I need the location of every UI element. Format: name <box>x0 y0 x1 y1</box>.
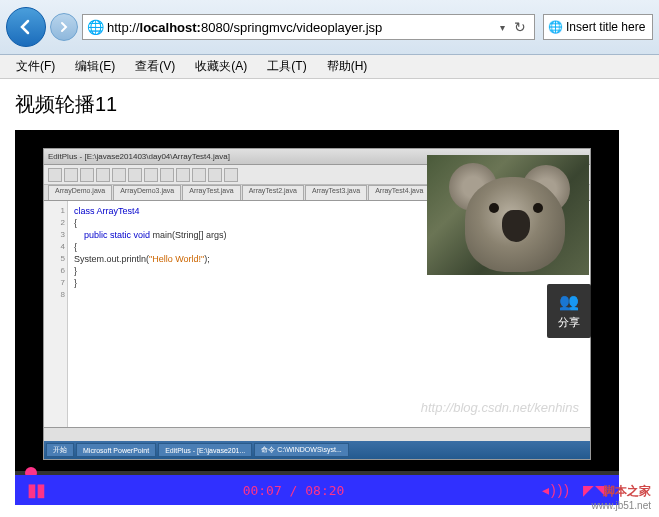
menu-favorites[interactable]: 收藏夹(A) <box>187 56 255 77</box>
windows-taskbar: 开始 Microsoft PowerPoint EditPlus - [E:\j… <box>44 441 590 459</box>
time-display: 00:07 / 08:20 <box>45 483 542 498</box>
back-button[interactable] <box>6 7 46 47</box>
menu-view[interactable]: 查看(V) <box>127 56 183 77</box>
page-title: 视频轮播11 <box>15 91 644 118</box>
volume-button[interactable]: ◂))) <box>542 482 571 498</box>
share-label: 分享 <box>558 315 580 330</box>
video-player: EditPlus - [E:\javase201403\day04\ArrayT… <box>15 130 619 505</box>
browser-tab[interactable]: 🌐 Insert title here <box>543 14 653 40</box>
site-watermark: 脚本之家 www.jb51.net <box>592 483 651 511</box>
ide-statusbar <box>44 427 590 441</box>
menu-edit[interactable]: 编辑(E) <box>67 56 123 77</box>
menu-tools[interactable]: 工具(T) <box>259 56 314 77</box>
menu-bar: 文件(F) 编辑(E) 查看(V) 收藏夹(A) 工具(T) 帮助(H) <box>0 55 659 79</box>
pause-button[interactable]: ▮▮ <box>27 479 45 501</box>
page-content: 视频轮播11 EditPlus - [E:\javase201403\day04… <box>0 79 659 517</box>
koala-image <box>427 155 589 275</box>
video-controls: ▮▮ 00:07 / 08:20 ◂))) ◤◥ <box>15 475 619 505</box>
site-url: www.jb51.net <box>592 500 651 511</box>
tab-title: Insert title here <box>566 20 645 34</box>
browser-toolbar: 🌐 http://localhost:8080/springmvc/videop… <box>0 0 659 55</box>
share-button[interactable]: 👥 分享 <box>547 284 591 338</box>
address-bar[interactable]: 🌐 http://localhost:8080/springmvc/videop… <box>82 14 535 40</box>
csdn-watermark: http://blog.csdn.net/kenhins <box>421 400 579 415</box>
people-icon: 👥 <box>559 292 579 311</box>
menu-file[interactable]: 文件(F) <box>8 56 63 77</box>
favicon-icon: 🌐 <box>548 20 562 34</box>
url-text: http://localhost:8080/springmvc/videopla… <box>107 20 494 35</box>
forward-button[interactable] <box>50 13 78 41</box>
refresh-icon[interactable]: ↻ <box>510 19 530 35</box>
menu-help[interactable]: 帮助(H) <box>319 56 376 77</box>
site-name: 脚本之家 <box>592 483 651 500</box>
url-dropdown-icon[interactable]: ▾ <box>494 22 510 33</box>
globe-icon: 🌐 <box>87 19 103 35</box>
